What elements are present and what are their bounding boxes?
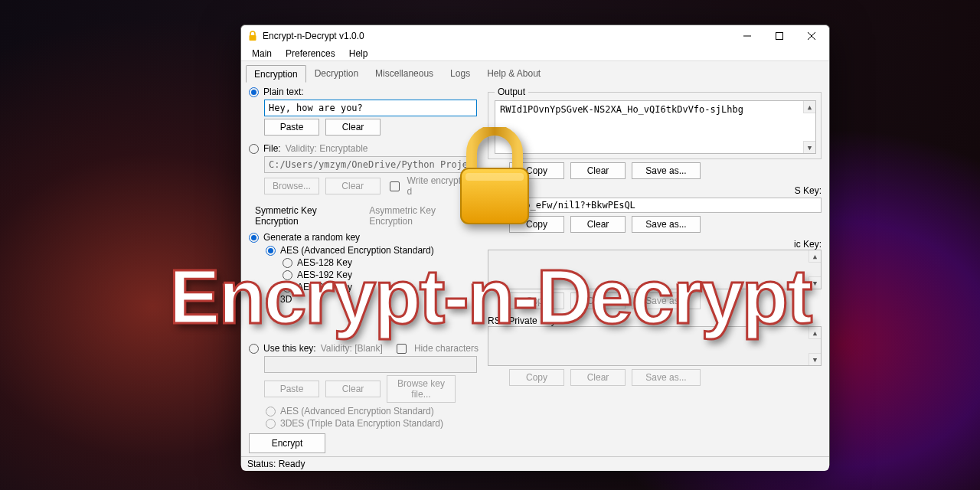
scroll-up-icon[interactable]: ▲: [803, 101, 815, 113]
generate-key-label: Generate a random key: [263, 232, 360, 243]
tab-misc[interactable]: Miscellaneous: [367, 64, 442, 82]
aeskey-clear-button[interactable]: Clear: [570, 216, 626, 233]
radio-3des-disabled: [266, 419, 276, 429]
encrypt-button[interactable]: Encrypt: [249, 433, 325, 453]
radio-aes-disabled: [266, 407, 276, 416]
use-key-validity: Validity: [Blank]: [321, 343, 383, 354]
rsa-pub-textbox: ▲ ▼: [488, 250, 822, 289]
file-clear-button[interactable]: Clear: [325, 178, 381, 194]
aes256-label: AES-256 Key: [297, 282, 352, 292]
radio-aes[interactable]: [266, 246, 276, 256]
maximize-button[interactable]: [763, 25, 795, 47]
radio-aes192[interactable]: [283, 270, 292, 280]
aes192-label: AES-192 Key: [297, 270, 352, 280]
tab-encryption[interactable]: Encryption: [246, 65, 306, 83]
lock-icon: [247, 31, 258, 41]
output-group: Output RWId1POvnYpSGveK-NS2XA_Ho_vQI6tkD…: [488, 87, 822, 159]
rsapriv-saveas-button[interactable]: Save as...: [632, 369, 701, 386]
status-text: Status: Ready: [247, 459, 305, 469]
aes-label: AES (Advanced Encryption Standard): [280, 245, 434, 256]
svg-rect-0: [250, 35, 256, 41]
radio-use-key[interactable]: [249, 344, 259, 354]
radio-aes256[interactable]: [283, 283, 292, 292]
output-copy-button[interactable]: Copy: [509, 162, 564, 179]
menu-preferences[interactable]: Preferences: [279, 47, 341, 60]
file-label: File:: [263, 143, 281, 154]
write-encrypted-checkbox[interactable]: [390, 181, 400, 191]
scroll-down-icon[interactable]: ▼: [808, 353, 821, 365]
scroll-down-icon[interactable]: ▼: [808, 276, 821, 289]
scroll-up-icon[interactable]: ▲: [808, 250, 821, 263]
scroll-down-icon[interactable]: ▼: [803, 141, 815, 153]
radio-3des[interactable]: [266, 295, 276, 305]
hide-chars-checkbox[interactable]: [397, 344, 407, 354]
file-browse-button[interactable]: Browse...: [264, 178, 319, 194]
statusbar: Status: Ready: [241, 456, 829, 471]
svg-rect-2: [776, 33, 783, 40]
rsapub-copy-button[interactable]: Copy: [509, 292, 564, 309]
output-value: RWId1POvnYpSGveK-NS2XA_Ho_vQI6tkDvVfo-sj…: [500, 104, 743, 115]
content: Plain text: Paste Clear File: Validity: …: [241, 82, 829, 456]
tab-logs[interactable]: Logs: [442, 64, 479, 82]
aes-key-value[interactable]: [488, 198, 822, 213]
left-column: Plain text: Paste Clear File: Validity: …: [249, 87, 479, 453]
rsa-priv-label: RSA Private Key:: [488, 315, 558, 326]
use-key-clear-button[interactable]: Clear: [325, 381, 381, 397]
file-row: File: Validity: Encryptable: [249, 143, 479, 154]
plaintext-label: Plain text:: [263, 87, 304, 97]
radio-file[interactable]: [249, 144, 259, 154]
scroll-up-icon[interactable]: ▲: [808, 327, 821, 339]
aes-key-label: S Key:: [795, 185, 822, 196]
output-saveas-button[interactable]: Save as...: [632, 162, 701, 179]
aeskey-copy-button[interactable]: Copy: [509, 216, 564, 233]
tdes-disabled-label: 3DES (Triple Data Encryption Standard): [280, 418, 443, 429]
keytabs: Symmetric Key Encryption Asymmetric Key …: [249, 203, 479, 229]
file-path-input: [264, 156, 477, 173]
plaintext-clear-button[interactable]: Clear: [325, 119, 381, 136]
radio-generate-key[interactable]: [249, 233, 259, 243]
aes128-label: AES-128 Key: [297, 257, 352, 268]
titlebar: Encrypt-n-Decrypt v1.0.0: [241, 25, 829, 47]
aes-disabled-label: AES (Advanced Encryption Standard): [280, 406, 434, 416]
three-des-label: 3D: [280, 294, 292, 305]
plaintext-row: Plain text:: [249, 87, 479, 97]
hide-chars-label: Hide characters: [414, 343, 479, 354]
use-key-input: [264, 356, 477, 373]
tab-help-about[interactable]: Help & About: [479, 64, 549, 82]
rsa-pub-label: ic Key:: [794, 239, 822, 250]
right-column: Output RWId1POvnYpSGveK-NS2XA_Ho_vQI6tkD…: [488, 87, 822, 453]
use-key-label: Use this key:: [263, 343, 316, 354]
app-window: Encrypt-n-Decrypt v1.0.0 Main Preference…: [240, 24, 830, 469]
rsapriv-clear-button[interactable]: Clear: [570, 369, 626, 386]
browse-key-file-button[interactable]: Browse key file...: [387, 375, 456, 403]
rsapub-saveas-button[interactable]: Save as...: [632, 292, 701, 309]
file-validity: Validity: Encryptable: [286, 143, 368, 154]
use-key-paste-button[interactable]: Paste: [264, 381, 319, 397]
write-encrypted-label: Write encrypted d: [407, 175, 479, 197]
output-clear-button[interactable]: Clear: [570, 162, 626, 179]
plaintext-paste-button[interactable]: Paste: [264, 119, 319, 136]
rsapriv-copy-button[interactable]: Copy: [509, 369, 564, 386]
close-button[interactable]: [795, 25, 828, 47]
radio-aes128[interactable]: [283, 258, 292, 268]
menubar: Main Preferences Help: [241, 47, 829, 61]
menu-main[interactable]: Main: [246, 47, 278, 60]
window-title: Encrypt-n-Decrypt v1.0.0: [263, 31, 731, 41]
tab-symmetric[interactable]: Symmetric Key Encryption: [249, 203, 360, 229]
aeskey-saveas-button[interactable]: Save as...: [632, 216, 701, 233]
tab-decryption[interactable]: Decryption: [306, 64, 367, 82]
tabbar: Encryption Decryption Miscellaneous Logs…: [241, 61, 829, 82]
minimize-button[interactable]: [731, 25, 763, 47]
output-textbox[interactable]: RWId1POvnYpSGveK-NS2XA_Ho_vQI6tkDvVfo-sj…: [495, 100, 816, 154]
rsapub-clear-button[interactable]: Clear: [570, 292, 626, 309]
tab-asymmetric[interactable]: Asymmetric Key Encryption: [363, 203, 479, 229]
plaintext-input[interactable]: [264, 100, 477, 116]
radio-plaintext[interactable]: [249, 87, 259, 97]
output-legend: Output: [495, 87, 528, 97]
rsa-priv-textbox: ▲ ▼: [488, 326, 822, 366]
menu-help[interactable]: Help: [343, 47, 374, 60]
